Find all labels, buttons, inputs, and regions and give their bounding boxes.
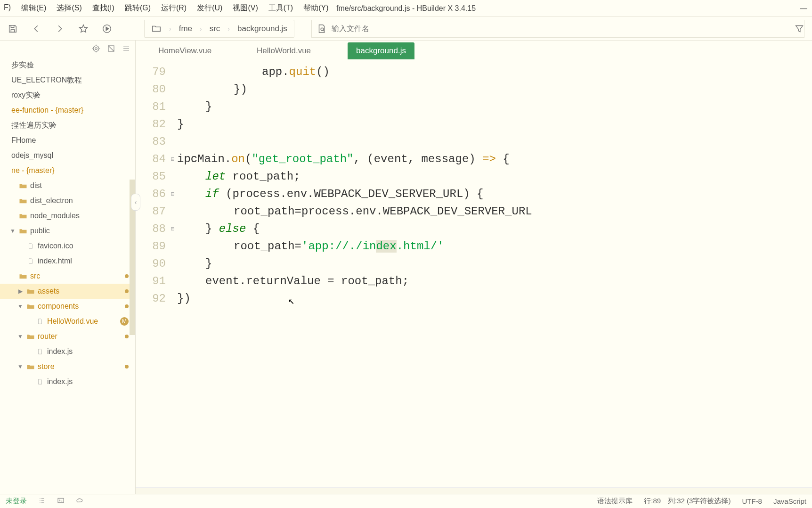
search-input[interactable] [332, 25, 799, 33]
tab[interactable]: HomeView.vue [150, 42, 220, 59]
file-icon [36, 318, 44, 325]
tree-row[interactable]: dist_electron [0, 193, 135, 208]
menu-item[interactable]: 跳转(G) [125, 3, 151, 13]
tree-row[interactable]: ▶assets [0, 284, 135, 299]
code-line[interactable]: } else { [177, 220, 812, 238]
line-number: 88 [136, 220, 166, 238]
fold-icon [169, 290, 177, 307]
tree-row[interactable]: HelloWorld.vueM [0, 314, 135, 329]
chevron-icon: ▼ [17, 363, 24, 370]
menu-item[interactable]: 查找(I) [92, 3, 114, 13]
code-line[interactable]: app.quit() [177, 63, 812, 81]
tree-row[interactable]: ee-function - {master} [0, 103, 135, 118]
code-area[interactable]: app.quit()})}}ipcMain.on("get_root_path"… [177, 63, 812, 487]
menu-item[interactable]: 发行(U) [197, 3, 222, 13]
breadcrumb-item[interactable]: fme [179, 24, 192, 33]
modified-dot-icon [125, 274, 129, 278]
tab[interactable]: HelloWorld.vue [248, 42, 319, 59]
list-icon[interactable] [38, 497, 46, 506]
line-number: 86 [136, 185, 166, 203]
tree-row[interactable]: ▼store [0, 359, 135, 374]
line-number: 83 [136, 133, 166, 150]
fold-icon[interactable]: ⊟ [169, 150, 177, 168]
tree-row[interactable]: ▼public [0, 223, 135, 238]
folder-icon [19, 228, 27, 234]
menu-item[interactable]: 编辑(E) [21, 3, 46, 13]
star-icon[interactable] [78, 24, 89, 34]
encoding[interactable]: UTF-8 [742, 497, 762, 505]
menu-item[interactable]: 帮助(Y) [303, 3, 328, 13]
code-line[interactable]: } [177, 255, 812, 272]
menu-item[interactable]: 视图(V) [233, 3, 258, 13]
fold-icon [169, 98, 177, 115]
fold-icon[interactable]: ⊟ [169, 220, 177, 238]
run-icon[interactable] [102, 24, 112, 34]
cloud-icon[interactable] [76, 497, 83, 506]
tree-row[interactable]: favicon.ico [0, 238, 135, 254]
tab-bar: HomeView.vueHelloWorld.vuebackground.js [136, 41, 812, 59]
breadcrumb-item[interactable]: src [210, 24, 220, 33]
tree-row[interactable]: ▼components [0, 299, 135, 314]
tree-row[interactable]: node_modules [0, 208, 135, 223]
code-line[interactable]: root_path=process.env.WEBPACK_DEV_SERVER… [177, 203, 812, 220]
syntax-lib[interactable]: 语法提示库 [597, 497, 633, 506]
language-mode[interactable]: JavaScript [773, 497, 806, 505]
locate-icon[interactable] [92, 44, 100, 55]
code-line[interactable]: ipcMain.on("get_root_path", (event, mess… [177, 150, 812, 168]
tree-row[interactable]: roxy实验 [0, 88, 135, 103]
tree-label: src [30, 272, 40, 280]
tree-row[interactable]: ▼router [0, 329, 135, 344]
tree-row[interactable]: index.js [0, 374, 135, 389]
tree-row[interactable]: 步实验 [0, 57, 135, 73]
code-line[interactable]: event.returnValue = root_path; [177, 272, 812, 290]
save-icon[interactable] [8, 24, 18, 34]
svg-rect-6 [58, 498, 64, 502]
tree-row[interactable]: ne - {master} [0, 163, 135, 178]
tree-row[interactable]: UE_ELECTRON教程 [0, 73, 135, 88]
tree-label: roxy实验 [11, 90, 41, 100]
tree-label: 捏性遍历实验 [11, 121, 57, 131]
menu-item[interactable]: F) [4, 3, 11, 13]
code-line[interactable]: root_path='app://./index.html/' [177, 238, 812, 255]
tab[interactable]: background.js [348, 42, 414, 59]
fold-icon[interactable]: ⊟ [169, 185, 177, 203]
menu-item[interactable]: 选择(S) [57, 3, 81, 13]
terminal-icon[interactable] [57, 497, 65, 506]
menu-bar: F)编辑(E)选择(S)查找(I)跳转(G)运行(R)发行(U)视图(V)工具(… [0, 0, 812, 17]
tree-row[interactable]: index.js [0, 344, 135, 359]
chevron-icon: ▼ [17, 333, 24, 340]
code-line[interactable]: } [177, 98, 812, 115]
breadcrumb-item[interactable]: background.js [237, 24, 287, 33]
menu-icon[interactable] [122, 44, 130, 55]
tree-row[interactable]: dist [0, 178, 135, 193]
folder-icon [26, 303, 35, 310]
code-line[interactable]: }) [177, 290, 812, 307]
tree-row[interactable]: 捏性遍历实验 [0, 118, 135, 133]
code-line[interactable]: }) [177, 81, 812, 98]
tree-row[interactable]: index.html [0, 254, 135, 269]
folder-icon [151, 24, 162, 34]
panel-icon[interactable] [107, 44, 115, 55]
back-icon[interactable] [31, 24, 41, 34]
tree-row[interactable]: FHome [0, 133, 135, 148]
filter-icon[interactable] [794, 24, 804, 34]
tree-row[interactable]: src [0, 269, 135, 284]
line-number: 87 [136, 203, 166, 220]
breadcrumb[interactable]: › fme › src › background.js [144, 20, 294, 38]
code-line[interactable]: if (process.env.WEBPACK_DEV_SERVER_URL) … [177, 185, 812, 203]
line-number: 80 [136, 81, 166, 98]
tree-row[interactable]: odejs_mysql [0, 148, 135, 163]
menu-item[interactable]: 运行(R) [161, 3, 187, 13]
menu-item[interactable]: 工具(T) [268, 3, 293, 13]
login-status[interactable]: 未登录 [6, 497, 27, 506]
toolbar: › fme › src › background.js [0, 17, 812, 41]
code-line[interactable]: let root_path; [177, 168, 812, 185]
minimize-icon[interactable]: — [800, 4, 807, 13]
status-bar: 未登录 语法提示库 行:89 列:32 (3字符被选择) UTF-8 JavaS… [0, 494, 812, 508]
horizontal-scrollbar[interactable] [136, 487, 812, 494]
search-box[interactable] [311, 20, 804, 38]
line-number: 91 [136, 272, 166, 290]
code-line[interactable]: } [177, 115, 812, 133]
code-line[interactable] [177, 133, 812, 150]
forward-icon[interactable] [55, 24, 65, 34]
